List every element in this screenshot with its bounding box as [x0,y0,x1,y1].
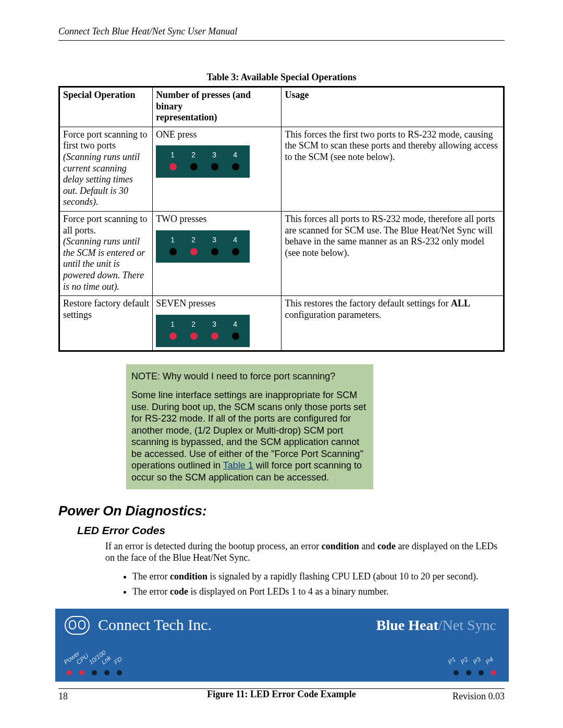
note-box: NOTE: Why would I need to force port sca… [126,364,373,490]
product-name: Blue Heat/Net Sync [376,617,496,634]
list-item: The error code is displayed on Port LEDs… [132,586,505,598]
revision: Revision 0.03 [452,691,505,702]
body-paragraph: If an error is detected during the bootu… [105,541,505,563]
company-logo-icon [65,616,90,635]
page: Connect Tech Blue Heat/Net Sync User Man… [0,0,563,728]
table-header: Usage [282,87,504,127]
page-footer: 18 Revision 0.03 [58,688,505,702]
page-number: 18 [58,691,68,702]
table-row: Force port scanning to first two ports (… [59,127,504,211]
running-header: Connect Tech Blue Heat/Net Sync User Man… [58,26,505,41]
table-header: Special Operation [59,87,153,127]
table-row: Force port scanning to all ports. (Scann… [59,211,504,295]
section-heading: Power On Diagnostics: [58,503,505,519]
company-name: Connect Tech Inc. [98,616,212,634]
table-row: Restore factory default settings SEVEN p… [59,296,504,351]
led-diagram: 1 2 3 4 [156,145,250,178]
table-header: Number of presses (and binary representa… [153,87,282,127]
product-panel: Connect Tech Inc. Blue Heat/Net Sync Pow… [55,609,509,682]
bullet-list: The error condition is signaled by a rap… [119,571,505,597]
note-title: NOTE: Why would I need to force port sca… [131,371,368,382]
special-operations-table: Special Operation Number of presses (and… [58,86,505,352]
note-link[interactable]: Table 1 [223,460,253,471]
led-diagram: 1 2 3 4 [156,315,250,347]
table-caption: Table 3: Available Special Operations [58,72,505,83]
list-item: The error condition is signaled by a rap… [132,571,505,583]
subsection-heading: LED Error Codes [77,524,505,537]
led-diagram: 1 2 3 4 [156,230,250,263]
